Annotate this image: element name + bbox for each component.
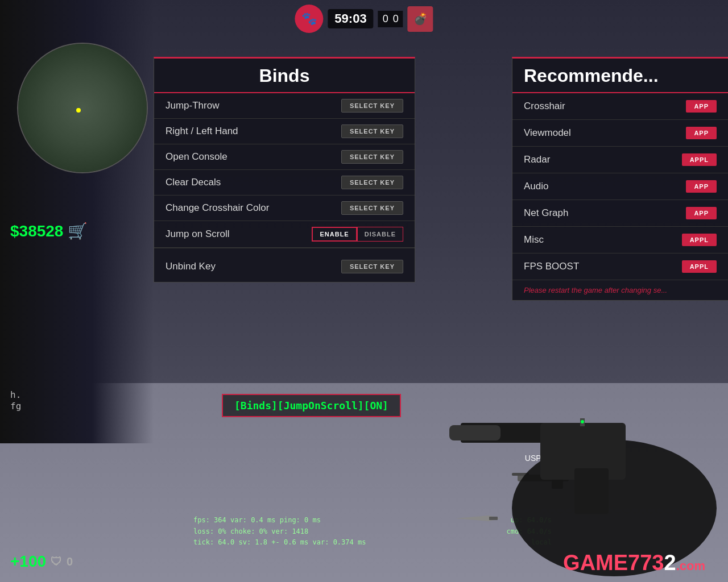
player-avatar: 🐾 (295, 5, 323, 33)
rec-row-netgraph: Net Graph APP (512, 200, 728, 227)
select-key-jump-throw[interactable]: SELECT KEY (341, 99, 403, 113)
debug-fps: fps: 364 var: 0.4 ms ping: 0 ms (193, 515, 366, 526)
recommended-title: Recommende... (512, 59, 728, 93)
weapon-display: USP 消音版 (512, 454, 580, 491)
rec-label-misc: Misc (524, 234, 544, 246)
watermark: GAME77 3 2 .com (563, 551, 705, 575)
debug-tick: tick: 64.0 sv: 1.8 +- 0.6 ms var: 0.374 … (193, 537, 366, 548)
bind-row-jump-scroll: Jump on Scroll ENABLE DISABLE (154, 221, 415, 248)
hud-hp: +100 🛡 0 (10, 552, 73, 571)
watermark-com: .com (676, 559, 705, 573)
watermark-prefix: GAME77 (563, 551, 652, 575)
ammo-value: 2 (557, 427, 563, 439)
rec-row-audio: Audio APP (512, 173, 728, 200)
select-key-hand[interactable]: SELECT KEY (341, 124, 403, 138)
debug-local: local (507, 537, 552, 548)
shield-icon: 🛡 (51, 555, 62, 568)
debug-info-right: up: 64.0/s cmd: 64.0/s local (507, 515, 552, 548)
apply-netgraph[interactable]: APP (686, 207, 717, 219)
minimap (17, 43, 148, 173)
select-key-crosshair-color[interactable]: SELECT KEY (341, 201, 403, 215)
hud-top: 🐾 59:03 0 0 💣 (295, 5, 433, 33)
rec-row-fps: FPS BOOST APPL (512, 253, 728, 280)
bind-row-crosshair-color: Change Crosshair Color SELECT KEY (154, 196, 415, 221)
debug-info-left: fps: 364 var: 0.4 ms ping: 0 ms loss: 0%… (193, 515, 366, 548)
bind-row-clear-decals: Clear Decals SELECT KEY (154, 170, 415, 196)
score-display: 0 0 (378, 11, 403, 27)
minimap-inner (18, 44, 147, 172)
knife-icon (455, 514, 500, 523)
rec-label-fps: FPS BOOST (524, 261, 579, 272)
rec-row-misc: Misc APPL (512, 227, 728, 253)
rec-label-audio: Audio (524, 181, 548, 192)
disable-button[interactable]: DISABLE (357, 227, 403, 242)
select-key-unbind[interactable]: SELECT KEY (341, 260, 403, 273)
toggle-group-jump-scroll: ENABLE DISABLE (312, 227, 403, 242)
console-output: [Binds][JumpOnScroll][ON] (222, 394, 401, 417)
debug-up: up: 64.0/s (507, 515, 552, 526)
binds-panel: Binds Jump-Throw SELECT KEY Right / Left… (154, 57, 415, 282)
rec-label-crosshair: Crosshair (524, 101, 565, 112)
debug-loss: loss: 0% choke: 0% ver: 1418 (193, 526, 366, 537)
bind-row-console: Open Console SELECT KEY (154, 144, 415, 170)
debug-cmd: cmd: 64.0/s (507, 526, 552, 537)
rec-row-radar: Radar APPL (512, 147, 728, 173)
hp-value: +100 (10, 552, 46, 571)
select-key-clear-decals[interactable]: SELECT KEY (341, 176, 403, 189)
game-timer: 59:03 (328, 9, 373, 28)
bomb-icon: 💣 (408, 6, 433, 32)
apply-fps[interactable]: APPL (682, 260, 717, 273)
apply-audio[interactable]: APP (686, 180, 717, 193)
console-text: [Binds][JumpOnScroll][ON] (234, 400, 388, 411)
rec-row-crosshair: Crosshair APP (512, 93, 728, 120)
rec-row-viewmodel: Viewmodel APP (512, 120, 728, 147)
buy-icon: 🛒 (68, 222, 88, 240)
money-value: $38528 (10, 222, 63, 240)
select-key-console[interactable]: SELECT KEY (341, 150, 403, 164)
bind-label-unbind: Unbind Key (166, 261, 216, 272)
bind-label-console: Open Console (166, 151, 228, 163)
hud-money: $38528 🛒 (10, 222, 88, 240)
recommended-panel: Recommende... Crosshair APP Viewmodel AP… (512, 57, 728, 301)
score-right: 0 (393, 13, 399, 25)
knife-display (455, 514, 500, 525)
score-left: 0 (383, 13, 388, 25)
bind-label-jump-scroll: Jump on Scroll (166, 228, 229, 240)
ammo-reserve: 3 (569, 442, 574, 452)
svg-rect-2 (552, 477, 563, 489)
bind-label-hand: Right / Left Hand (166, 126, 238, 137)
armor-value: 0 (67, 555, 73, 568)
weapon-icon (512, 466, 580, 489)
watermark-num: 3 (652, 551, 664, 575)
bind-label-crosshair-color: Change Crosshair Color (166, 202, 269, 214)
apply-crosshair[interactable]: APP (686, 100, 717, 113)
rec-label-netgraph: Net Graph (524, 207, 568, 219)
rec-label-viewmodel: Viewmodel (524, 127, 571, 139)
svg-rect-4 (489, 517, 498, 520)
rec-label-radar: Radar (524, 154, 550, 165)
apply-radar[interactable]: APPL (682, 153, 717, 166)
weapon-name: USP 消音版 (512, 454, 580, 464)
watermark-suffix: 2 (664, 551, 676, 575)
binds-title: Binds (154, 59, 415, 93)
restart-message: Please restart the game after changing s… (512, 280, 728, 300)
side-text-fg: fg (10, 401, 21, 411)
bind-label-jump-throw: Jump-Throw (166, 100, 219, 111)
enable-button[interactable]: ENABLE (312, 227, 357, 242)
svg-rect-1 (512, 473, 529, 476)
bind-row-hand: Right / Left Hand SELECT KEY (154, 119, 415, 144)
side-text-h: h. (10, 389, 21, 400)
apply-misc[interactable]: APPL (682, 234, 717, 246)
bind-row-unbind: Unbind Key SELECT KEY (154, 248, 415, 282)
ammo-reserve-value: 3 (569, 442, 574, 452)
ammo-display: 2 (557, 427, 563, 440)
apply-viewmodel[interactable]: APP (686, 127, 717, 139)
bind-label-clear-decals: Clear Decals (166, 177, 221, 188)
bind-row-jump-throw: Jump-Throw SELECT KEY (154, 93, 415, 119)
player-dot (76, 108, 81, 113)
